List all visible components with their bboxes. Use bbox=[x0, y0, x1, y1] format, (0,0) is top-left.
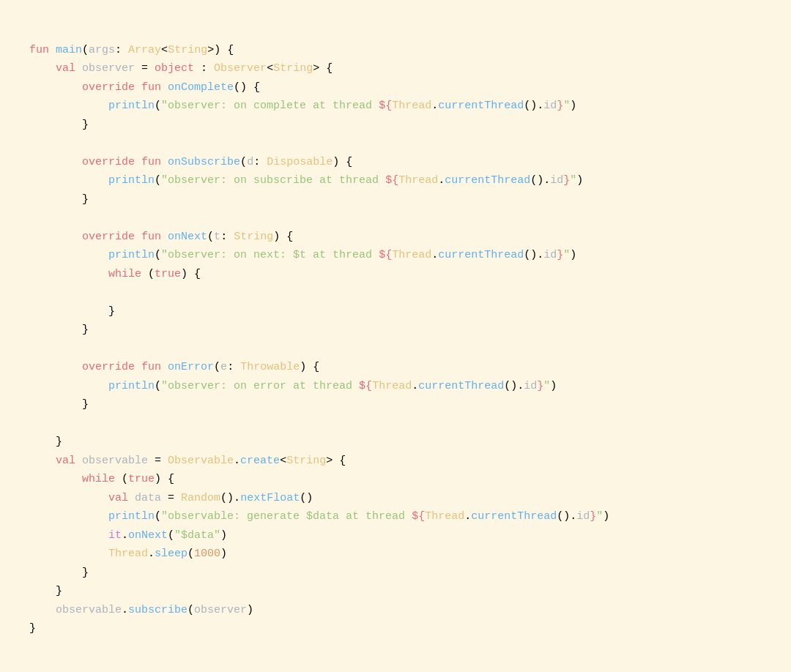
code-editor: fun main(args: Array<String>) { val obse… bbox=[0, 0, 791, 672]
code-content: fun main(args: Array<String>) { val obse… bbox=[29, 22, 762, 657]
